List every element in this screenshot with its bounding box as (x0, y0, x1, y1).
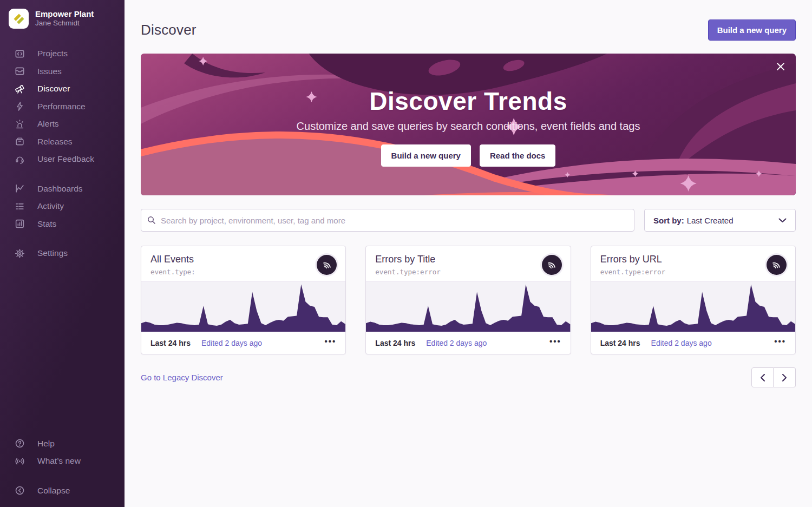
org-switcher[interactable]: Empower Plant Jane Schmidt (0, 9, 125, 29)
sidebar-item-label: Alerts (37, 119, 59, 129)
lightning-icon (15, 101, 25, 111)
nav-divider-gap (0, 233, 125, 245)
search-icon (147, 216, 156, 225)
sidebar-item-label: User Feedback (37, 154, 94, 164)
user-name: Jane Schmidt (35, 19, 94, 28)
card-query: event.type:error (375, 268, 440, 276)
pagination-prev-button[interactable] (751, 367, 774, 387)
sentry-logo-icon (771, 260, 781, 270)
siren-icon (15, 119, 25, 129)
help-icon (15, 438, 25, 449)
chevron-down-icon (778, 218, 787, 223)
sidebar-item-label: Activity (37, 201, 64, 211)
sidebar-item-label: Releases (37, 137, 73, 147)
page-title: Discover (141, 22, 197, 38)
sidebar-item-releases[interactable]: Releases (0, 133, 125, 151)
sidebar-item-discover[interactable]: Discover (0, 80, 125, 98)
card-title: All Events (150, 254, 195, 265)
line-chart-icon (15, 183, 25, 194)
card-context-menu-button[interactable]: ••• (774, 341, 786, 345)
org-name: Empower Plant (35, 9, 94, 19)
sidebar-item-whats-new[interactable]: What’s new (0, 452, 125, 470)
pagination-next-button[interactable] (774, 367, 796, 387)
card-query: event.type:error (600, 268, 665, 276)
sidebar-item-projects[interactable]: Projects (0, 45, 125, 63)
card-timeframe: Last 24 hrs (600, 339, 640, 347)
card-title: Errors by URL (600, 254, 665, 265)
sidebar-item-help[interactable]: Help (0, 435, 125, 453)
support-icon (15, 154, 25, 164)
search-box (141, 209, 634, 232)
main-content: Discover Build a new query (125, 0, 812, 507)
card-query: event.type: (150, 268, 195, 276)
sidebar-item-collapse[interactable]: Collapse (0, 482, 125, 500)
card-timeframe: Last 24 hrs (375, 339, 415, 347)
banner-build-query-button[interactable]: Build a new query (381, 144, 471, 167)
sort-label: Sort by: (653, 216, 684, 225)
sparkline-chart (141, 281, 345, 332)
nav-settings: Settings (0, 245, 125, 262)
broadcast-icon (15, 456, 25, 466)
list-icon (15, 201, 25, 212)
issues-icon (15, 66, 25, 76)
query-card-errors-by-url[interactable]: Errors by URL event.type:error (591, 246, 796, 354)
sidebar-item-dashboards[interactable]: Dashboards (0, 180, 125, 198)
query-card-all-events[interactable]: All Events event.type: La (141, 246, 346, 354)
chevron-right-icon (782, 373, 787, 382)
sidebar-item-label: Issues (37, 67, 62, 76)
diamond-logo-icon (13, 13, 25, 25)
sidebar-item-label: Collapse (37, 486, 70, 496)
sparkline-chart (366, 281, 570, 332)
sort-dropdown[interactable]: Sort by: Last Created (644, 209, 796, 232)
nav-secondary: Dashboards Activity Stats (0, 180, 125, 233)
sort-value: Last Created (687, 216, 734, 225)
query-card-errors-by-title[interactable]: Errors by Title event.type:error (365, 246, 571, 354)
sidebar: Empower Plant Jane Schmidt Projects Issu… (0, 0, 125, 507)
card-timeframe: Last 24 hrs (150, 339, 191, 347)
sidebar-item-label: Settings (37, 248, 68, 258)
gear-icon (15, 248, 25, 259)
sidebar-item-label: Projects (37, 49, 68, 58)
search-input[interactable] (141, 209, 634, 232)
banner-read-docs-button[interactable]: Read the docs (480, 144, 556, 167)
page-header: Discover Build a new query (141, 0, 796, 41)
card-edited-link[interactable]: Edited 2 days ago (651, 339, 712, 347)
sidebar-item-activity[interactable]: Activity (0, 197, 125, 215)
bottom-row: Go to Legacy Discover (141, 367, 796, 387)
card-context-menu-button[interactable]: ••• (325, 341, 337, 345)
sidebar-item-settings[interactable]: Settings (0, 245, 125, 262)
sidebar-item-label: Performance (37, 102, 86, 111)
card-edited-link[interactable]: Edited 2 days ago (426, 339, 487, 347)
pagination (751, 367, 796, 387)
sidebar-bottom: Help What’s new Collapse (0, 435, 125, 500)
sidebar-item-label: Discover (37, 84, 70, 94)
legacy-discover-link[interactable]: Go to Legacy Discover (141, 373, 223, 382)
projects-icon (15, 49, 25, 59)
card-title: Errors by Title (375, 254, 440, 265)
sidebar-item-label: Stats (37, 219, 56, 229)
nav-primary: Projects Issues Discover (0, 45, 125, 168)
sidebar-item-user-feedback[interactable]: User Feedback (0, 150, 125, 168)
card-edited-link[interactable]: Edited 2 days ago (201, 339, 262, 347)
build-new-query-button[interactable]: Build a new query (708, 19, 796, 41)
sparkline-chart (591, 281, 795, 332)
sidebar-item-stats[interactable]: Stats (0, 215, 125, 233)
bar-chart-icon (15, 219, 25, 229)
banner-content: Discover Trends Customize and save queri… (141, 54, 796, 195)
org-logo (9, 9, 29, 29)
sentry-avatar (542, 255, 562, 275)
banner-title: Discover Trends (369, 87, 567, 116)
card-context-menu-button[interactable]: ••• (549, 341, 561, 345)
box-icon (15, 136, 25, 147)
sidebar-item-alerts[interactable]: Alerts (0, 115, 125, 133)
sidebar-item-label: Help (37, 439, 55, 449)
sentry-avatar (317, 255, 337, 275)
saved-query-cards: All Events event.type: La (141, 246, 796, 354)
query-toolbar: Sort by: Last Created (141, 209, 796, 232)
discover-trends-banner: Discover Trends Customize and save queri… (141, 54, 796, 195)
sidebar-item-issues[interactable]: Issues (0, 63, 125, 81)
nav-divider-gap (0, 470, 125, 482)
sentry-logo-icon (547, 260, 556, 270)
sidebar-item-performance[interactable]: Performance (0, 98, 125, 116)
telescope-icon (15, 84, 25, 94)
